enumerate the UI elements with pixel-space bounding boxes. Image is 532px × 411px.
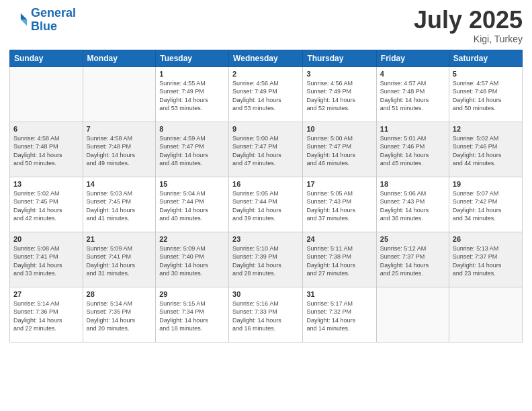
day-number: 9 [232, 125, 299, 133]
day-info: Sunrise: 5:00 AM Sunset: 7:47 PM Dayligh… [232, 134, 299, 168]
calendar-cell: 31Sunrise: 5:17 AM Sunset: 7:32 PM Dayli… [303, 287, 376, 342]
calendar-cell: 11Sunrise: 5:01 AM Sunset: 7:46 PM Dayli… [376, 122, 449, 177]
calendar-cell: 17Sunrise: 5:05 AM Sunset: 7:43 PM Dayli… [303, 177, 376, 232]
logo-text: General Blue [31, 7, 76, 34]
day-info: Sunrise: 4:58 AM Sunset: 7:48 PM Dayligh… [13, 134, 79, 168]
logo: General Blue [9, 7, 76, 34]
day-number: 22 [159, 235, 225, 243]
calendar-cell: 19Sunrise: 5:07 AM Sunset: 7:42 PM Dayli… [449, 177, 522, 232]
calendar-cell [83, 66, 156, 122]
page: General Blue July 2025 Kigi, Turkey Sund… [0, 0, 532, 411]
day-number: 18 [380, 180, 445, 188]
location: Kigi, Turkey [414, 34, 523, 44]
day-info: Sunrise: 4:59 AM Sunset: 7:47 PM Dayligh… [159, 134, 225, 168]
logo-line2: Blue [31, 19, 57, 33]
day-number: 14 [87, 180, 152, 188]
day-info: Sunrise: 4:56 AM Sunset: 7:49 PM Dayligh… [306, 79, 372, 113]
calendar-cell: 15Sunrise: 5:04 AM Sunset: 7:44 PM Dayli… [156, 177, 229, 232]
day-number: 11 [380, 125, 445, 133]
calendar-cell: 28Sunrise: 5:14 AM Sunset: 7:35 PM Dayli… [83, 287, 156, 342]
calendar-cell: 9Sunrise: 5:00 AM Sunset: 7:47 PM Daylig… [229, 122, 303, 177]
day-number: 26 [453, 235, 519, 243]
day-number: 6 [13, 125, 79, 133]
day-number: 3 [306, 70, 372, 78]
calendar-cell: 23Sunrise: 5:10 AM Sunset: 7:39 PM Dayli… [229, 232, 303, 287]
calendar-cell: 13Sunrise: 5:02 AM Sunset: 7:45 PM Dayli… [10, 177, 83, 232]
day-number: 10 [306, 125, 372, 133]
day-info: Sunrise: 5:02 AM Sunset: 7:45 PM Dayligh… [13, 189, 79, 223]
header: General Blue July 2025 Kigi, Turkey [9, 7, 523, 44]
calendar-cell: 18Sunrise: 5:06 AM Sunset: 7:43 PM Dayli… [376, 177, 449, 232]
calendar-cell: 4Sunrise: 4:57 AM Sunset: 7:48 PM Daylig… [376, 66, 449, 122]
day-info: Sunrise: 5:09 AM Sunset: 7:40 PM Dayligh… [159, 244, 225, 278]
day-info: Sunrise: 5:13 AM Sunset: 7:37 PM Dayligh… [453, 244, 519, 278]
month-title: July 2025 [414, 7, 523, 34]
day-info: Sunrise: 5:11 AM Sunset: 7:38 PM Dayligh… [306, 244, 372, 278]
calendar-cell: 26Sunrise: 5:13 AM Sunset: 7:37 PM Dayli… [449, 232, 522, 287]
day-number: 23 [232, 235, 299, 243]
svg-marker-1 [21, 19, 27, 26]
day-info: Sunrise: 5:07 AM Sunset: 7:42 PM Dayligh… [453, 189, 519, 223]
calendar-header-row: Sunday Monday Tuesday Wednesday Thursday… [10, 50, 523, 66]
day-info: Sunrise: 5:01 AM Sunset: 7:46 PM Dayligh… [380, 134, 445, 168]
day-number: 5 [453, 70, 519, 78]
day-info: Sunrise: 5:00 AM Sunset: 7:47 PM Dayligh… [306, 134, 372, 168]
calendar-cell: 16Sunrise: 5:05 AM Sunset: 7:44 PM Dayli… [229, 177, 303, 232]
day-info: Sunrise: 5:09 AM Sunset: 7:41 PM Dayligh… [87, 244, 152, 278]
calendar-cell: 20Sunrise: 5:08 AM Sunset: 7:41 PM Dayli… [10, 232, 83, 287]
calendar-cell: 7Sunrise: 4:58 AM Sunset: 7:48 PM Daylig… [83, 122, 156, 177]
day-info: Sunrise: 4:58 AM Sunset: 7:48 PM Dayligh… [87, 134, 152, 168]
calendar-cell: 8Sunrise: 4:59 AM Sunset: 7:47 PM Daylig… [156, 122, 229, 177]
day-number: 19 [453, 180, 519, 188]
title-block: July 2025 Kigi, Turkey [414, 7, 523, 44]
day-number: 31 [306, 290, 372, 298]
day-number: 16 [232, 180, 299, 188]
calendar-cell: 5Sunrise: 4:57 AM Sunset: 7:48 PM Daylig… [449, 66, 522, 122]
day-number: 21 [87, 235, 152, 243]
day-number: 12 [453, 125, 519, 133]
calendar-cell: 27Sunrise: 5:14 AM Sunset: 7:36 PM Dayli… [10, 287, 83, 342]
logo-line1: General [31, 6, 76, 19]
header-monday: Monday [83, 50, 156, 66]
header-tuesday: Tuesday [156, 50, 229, 66]
day-number: 20 [13, 235, 79, 243]
calendar-week-3: 13Sunrise: 5:02 AM Sunset: 7:45 PM Dayli… [10, 177, 523, 232]
header-saturday: Saturday [449, 50, 522, 66]
calendar-week-4: 20Sunrise: 5:08 AM Sunset: 7:41 PM Dayli… [10, 232, 523, 287]
day-number: 13 [13, 180, 79, 188]
day-info: Sunrise: 5:16 AM Sunset: 7:33 PM Dayligh… [232, 300, 299, 333]
calendar-cell: 1Sunrise: 4:55 AM Sunset: 7:49 PM Daylig… [156, 66, 229, 122]
calendar-cell: 6Sunrise: 4:58 AM Sunset: 7:48 PM Daylig… [10, 122, 83, 177]
day-number: 1 [159, 70, 225, 78]
calendar-cell: 29Sunrise: 5:15 AM Sunset: 7:34 PM Dayli… [156, 287, 229, 342]
logo-icon [9, 11, 28, 30]
calendar-cell: 21Sunrise: 5:09 AM Sunset: 7:41 PM Dayli… [83, 232, 156, 287]
calendar-cell [449, 287, 522, 342]
day-number: 29 [159, 290, 225, 298]
calendar-cell [10, 66, 83, 122]
day-info: Sunrise: 5:08 AM Sunset: 7:41 PM Dayligh… [13, 244, 79, 278]
calendar-cell: 2Sunrise: 4:56 AM Sunset: 7:49 PM Daylig… [229, 66, 303, 122]
day-info: Sunrise: 5:17 AM Sunset: 7:32 PM Dayligh… [306, 300, 372, 333]
calendar-week-1: 1Sunrise: 4:55 AM Sunset: 7:49 PM Daylig… [10, 66, 523, 122]
header-sunday: Sunday [10, 50, 83, 66]
day-number: 24 [306, 235, 372, 243]
day-info: Sunrise: 4:57 AM Sunset: 7:48 PM Dayligh… [380, 79, 445, 113]
calendar-cell: 30Sunrise: 5:16 AM Sunset: 7:33 PM Dayli… [229, 287, 303, 342]
svg-marker-0 [21, 13, 27, 19]
day-info: Sunrise: 4:55 AM Sunset: 7:49 PM Dayligh… [159, 79, 225, 113]
day-number: 15 [159, 180, 225, 188]
calendar-cell: 24Sunrise: 5:11 AM Sunset: 7:38 PM Dayli… [303, 232, 376, 287]
calendar-cell: 25Sunrise: 5:12 AM Sunset: 7:37 PM Dayli… [376, 232, 449, 287]
day-number: 17 [306, 180, 372, 188]
calendar-week-5: 27Sunrise: 5:14 AM Sunset: 7:36 PM Dayli… [10, 287, 523, 342]
calendar-cell: 22Sunrise: 5:09 AM Sunset: 7:40 PM Dayli… [156, 232, 229, 287]
day-info: Sunrise: 5:05 AM Sunset: 7:44 PM Dayligh… [232, 189, 299, 223]
day-info: Sunrise: 5:12 AM Sunset: 7:37 PM Dayligh… [380, 244, 445, 278]
day-number: 7 [87, 125, 152, 133]
day-info: Sunrise: 5:03 AM Sunset: 7:45 PM Dayligh… [87, 189, 152, 223]
day-info: Sunrise: 4:56 AM Sunset: 7:49 PM Dayligh… [232, 79, 299, 113]
day-info: Sunrise: 5:15 AM Sunset: 7:34 PM Dayligh… [159, 300, 225, 333]
day-info: Sunrise: 5:05 AM Sunset: 7:43 PM Dayligh… [306, 189, 372, 223]
day-number: 8 [159, 125, 225, 133]
